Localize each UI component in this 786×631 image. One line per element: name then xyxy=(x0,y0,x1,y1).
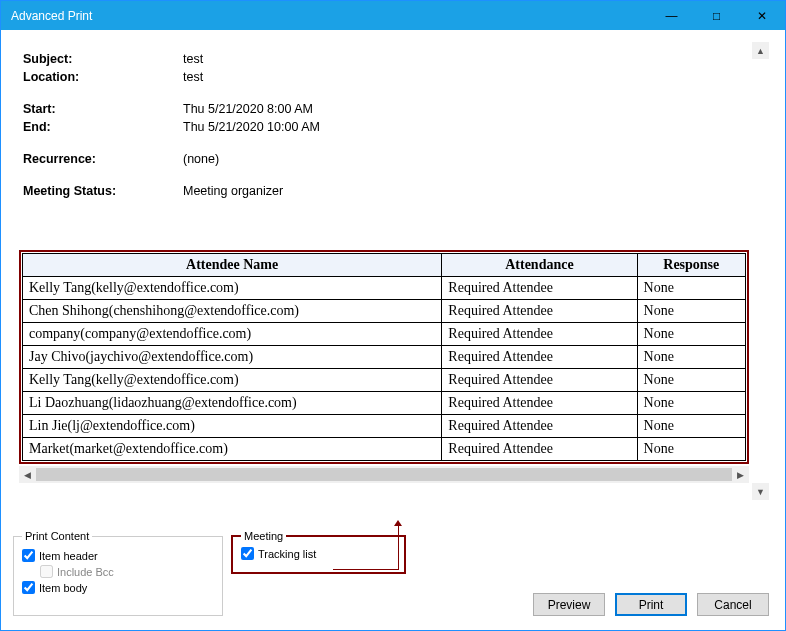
location-value: test xyxy=(183,68,203,86)
cell-attendance: Required Attendee xyxy=(442,438,637,461)
tracking-list-checkbox[interactable]: Tracking list xyxy=(241,547,396,560)
tracking-list-label: Tracking list xyxy=(258,548,316,560)
cell-response: None xyxy=(637,438,745,461)
table-row: Li Daozhuang(lidaozhuang@extendoffice.co… xyxy=(23,392,746,415)
dialog-footer: Print Content Item header Include Bcc It… xyxy=(13,530,769,622)
tracking-table-highlight: Attendee Name Attendance Response Kelly … xyxy=(19,250,749,464)
cell-attendance: Required Attendee xyxy=(442,300,637,323)
tracking-table: Attendee Name Attendance Response Kelly … xyxy=(22,253,746,461)
recurrence-value: (none) xyxy=(183,150,219,168)
minimize-button[interactable]: — xyxy=(649,1,694,31)
include-bcc-input xyxy=(40,565,53,578)
cell-response: None xyxy=(637,323,745,346)
cell-attendance: Required Attendee xyxy=(442,277,637,300)
maximize-button[interactable]: □ xyxy=(694,1,739,31)
item-body-input[interactable] xyxy=(22,581,35,594)
scroll-right-icon: ▶ xyxy=(732,470,749,480)
cell-name: Kelly Tang(kelly@extendoffice.com) xyxy=(23,277,442,300)
scroll-down-button[interactable]: ▼ xyxy=(752,483,769,500)
dialog-content: ▲ ▼ Subject: test Location: test Start: … xyxy=(1,30,785,630)
item-body-label: Item body xyxy=(39,582,87,594)
include-bcc-label: Include Bcc xyxy=(57,566,114,578)
dialog-buttons: Preview Print Cancel xyxy=(533,593,769,616)
tracking-list-input[interactable] xyxy=(241,547,254,560)
cancel-button[interactable]: Cancel xyxy=(697,593,769,616)
meeting-group: Meeting Tracking list xyxy=(231,530,406,574)
cell-attendance: Required Attendee xyxy=(442,415,637,438)
cell-name: company(company@extendoffice.com) xyxy=(23,323,442,346)
table-row: Lin Jie(lj@extendoffice.com)Required Att… xyxy=(23,415,746,438)
end-label: End: xyxy=(23,118,183,136)
status-value: Meeting organizer xyxy=(183,182,283,200)
scrollbar-thumb[interactable] xyxy=(36,468,732,481)
end-value: Thu 5/21/2020 10:00 AM xyxy=(183,118,320,136)
cell-response: None xyxy=(637,300,745,323)
table-row: Market(market@extendoffice.com)Required … xyxy=(23,438,746,461)
cell-response: None xyxy=(637,369,745,392)
item-header-input[interactable] xyxy=(22,549,35,562)
preview-button[interactable]: Preview xyxy=(533,593,605,616)
meeting-details: Subject: test Location: test Start: Thu … xyxy=(19,50,757,200)
cell-response: None xyxy=(637,346,745,369)
table-row: Kelly Tang(kelly@extendoffice.com)Requir… xyxy=(23,277,746,300)
start-label: Start: xyxy=(23,100,183,118)
recurrence-label: Recurrence: xyxy=(23,150,183,168)
subject-label: Subject: xyxy=(23,50,183,68)
table-row: Jay Chivo(jaychivo@extendoffice.com)Requ… xyxy=(23,346,746,369)
cell-name: Li Daozhuang(lidaozhuang@extendoffice.co… xyxy=(23,392,442,415)
item-header-label: Item header xyxy=(39,550,98,562)
item-body-checkbox[interactable]: Item body xyxy=(22,581,214,594)
col-attendance: Attendance xyxy=(442,254,637,277)
cell-name: Jay Chivo(jaychivo@extendoffice.com) xyxy=(23,346,442,369)
cell-attendance: Required Attendee xyxy=(442,369,637,392)
print-button[interactable]: Print xyxy=(615,593,687,616)
titlebar: Advanced Print — □ ✕ xyxy=(1,1,785,31)
start-value: Thu 5/21/2020 8:00 AM xyxy=(183,100,313,118)
preview-area: ▲ ▼ Subject: test Location: test Start: … xyxy=(13,42,769,520)
cell-response: None xyxy=(637,415,745,438)
print-content-legend: Print Content xyxy=(22,530,92,542)
cell-attendance: Required Attendee xyxy=(442,323,637,346)
cell-name: Lin Jie(lj@extendoffice.com) xyxy=(23,415,442,438)
scroll-left-icon: ◀ xyxy=(19,470,36,480)
cell-response: None xyxy=(637,392,745,415)
include-bcc-checkbox: Include Bcc xyxy=(40,565,214,578)
print-content-group: Print Content Item header Include Bcc It… xyxy=(13,530,223,616)
location-label: Location: xyxy=(23,68,183,86)
cell-name: Kelly Tang(kelly@extendoffice.com) xyxy=(23,369,442,392)
window-title: Advanced Print xyxy=(11,9,649,23)
col-response: Response xyxy=(637,254,745,277)
meeting-legend: Meeting xyxy=(241,530,286,542)
cell-attendance: Required Attendee xyxy=(442,346,637,369)
cell-attendance: Required Attendee xyxy=(442,392,637,415)
scroll-up-button[interactable]: ▲ xyxy=(752,42,769,59)
status-label: Meeting Status: xyxy=(23,182,183,200)
horizontal-scrollbar[interactable]: ◀ ▶ xyxy=(19,466,749,483)
cell-name: Chen Shihong(chenshihong@extendoffice.co… xyxy=(23,300,442,323)
table-row: company(company@extendoffice.com)Require… xyxy=(23,323,746,346)
subject-value: test xyxy=(183,50,203,68)
table-row: Kelly Tang(kelly@extendoffice.com)Requir… xyxy=(23,369,746,392)
cell-response: None xyxy=(637,277,745,300)
cell-name: Market(market@extendoffice.com) xyxy=(23,438,442,461)
close-button[interactable]: ✕ xyxy=(739,1,785,31)
item-header-checkbox[interactable]: Item header xyxy=(22,549,214,562)
table-row: Chen Shihong(chenshihong@extendoffice.co… xyxy=(23,300,746,323)
col-attendee-name: Attendee Name xyxy=(23,254,442,277)
